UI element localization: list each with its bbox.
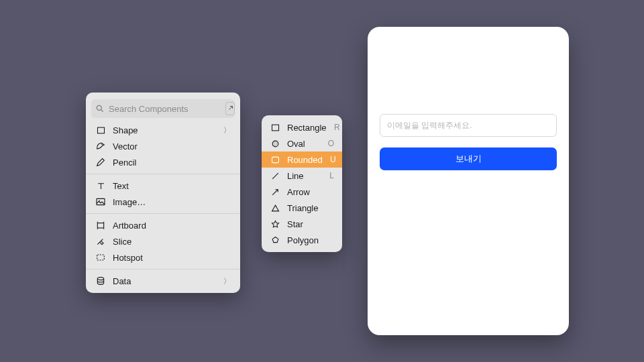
- menu-item-label: Shape: [113, 125, 217, 135]
- chevron-right-icon: 〉: [223, 125, 231, 135]
- svg-point-5: [99, 200, 100, 202]
- menu-item-label: Triangle: [287, 203, 321, 213]
- artboard-icon: [95, 220, 106, 231]
- preview-artboard: 보내기: [368, 27, 569, 335]
- menu-item-label: Hotspot: [113, 253, 231, 263]
- menu-item-label: Oval: [287, 139, 321, 149]
- menu-item-label: Image…: [113, 197, 231, 207]
- shape-submenu: RectangleROvalORoundedULineLArrowTriangl…: [262, 115, 342, 252]
- detach-panel-button[interactable]: [225, 102, 235, 115]
- menu-item-shortcut: R: [333, 123, 340, 132]
- shape-rectangle-item[interactable]: RectangleR: [262, 119, 342, 135]
- menu-separator: [86, 174, 240, 174]
- svg-point-8: [97, 278, 103, 280]
- insert-shape-item[interactable]: Shape〉: [86, 122, 240, 138]
- image-icon: [95, 196, 106, 207]
- menu-item-shortcut: U: [329, 155, 336, 164]
- menu-separator: [86, 213, 240, 214]
- svg-line-1: [101, 109, 103, 111]
- polygon-icon: [270, 235, 280, 245]
- insert-panel: Shape〉VectorPencilTextImage…ArtboardSlic…: [86, 93, 240, 293]
- component-search-row: [91, 99, 235, 118]
- slice-icon: [95, 236, 106, 247]
- svg-rect-7: [97, 255, 105, 260]
- insert-text-item[interactable]: Text: [86, 178, 240, 194]
- insert-slice-item[interactable]: Slice: [86, 233, 240, 249]
- data-icon: [95, 276, 106, 286]
- shape-star-item[interactable]: Star: [262, 216, 342, 232]
- menu-separator: [86, 269, 240, 269]
- svg-line-12: [272, 173, 278, 179]
- svg-rect-2: [97, 127, 104, 133]
- rect-icon: [95, 125, 106, 135]
- text-icon: [95, 180, 106, 191]
- triangle-icon: [270, 202, 280, 213]
- menu-item-label: Vector: [113, 141, 231, 152]
- menu-item-label: Rounded: [287, 155, 323, 165]
- insert-image-item[interactable]: Image…: [86, 194, 240, 210]
- shape-triangle-item[interactable]: Triangle: [262, 200, 342, 216]
- svg-rect-4: [97, 198, 105, 204]
- insert-hotspot-item[interactable]: Hotspot: [86, 249, 240, 265]
- menu-item-label: Pencil: [113, 158, 231, 168]
- oval-icon: [270, 138, 280, 149]
- menu-item-label: Artboard: [113, 221, 231, 231]
- shape-polygon-item[interactable]: Polygon: [262, 232, 342, 248]
- insert-artboard-item[interactable]: Artboard: [86, 217, 240, 233]
- star-icon: [270, 219, 280, 229]
- svg-rect-11: [272, 157, 278, 163]
- menu-item-label: Star: [287, 219, 321, 229]
- shape-arrow-item[interactable]: Arrow: [262, 184, 342, 200]
- arrow-icon: [270, 186, 280, 197]
- menu-item-label: Line: [287, 171, 321, 181]
- svg-rect-6: [97, 223, 103, 228]
- menu-item-label: Data: [113, 276, 217, 286]
- svg-rect-9: [272, 125, 278, 131]
- chevron-right-icon: 〉: [223, 276, 231, 286]
- shape-rounded-item[interactable]: RoundedU: [262, 152, 342, 168]
- hotspot-icon: [95, 252, 106, 263]
- menu-item-label: Rectangle: [287, 123, 327, 133]
- shape-oval-item[interactable]: OvalO: [262, 135, 342, 152]
- email-field[interactable]: [380, 114, 557, 137]
- line-icon: [270, 170, 280, 181]
- insert-pencil-item[interactable]: Pencil: [86, 154, 240, 170]
- rounded-icon: [270, 154, 280, 165]
- insert-data-item[interactable]: Data〉: [86, 273, 240, 289]
- rect-icon: [270, 122, 280, 133]
- svg-point-10: [272, 141, 278, 147]
- svg-point-3: [101, 144, 103, 145]
- menu-item-shortcut: L: [327, 171, 334, 180]
- component-search-input[interactable]: [109, 104, 221, 114]
- pen-icon: [95, 141, 106, 152]
- menu-item-label: Polygon: [287, 235, 321, 245]
- svg-line-13: [272, 189, 278, 194]
- menu-item-label: Arrow: [287, 187, 321, 197]
- menu-item-shortcut: O: [327, 139, 334, 148]
- shape-line-item[interactable]: LineL: [262, 168, 342, 184]
- svg-point-0: [97, 105, 101, 110]
- menu-item-label: Slice: [113, 237, 231, 247]
- menu-item-label: Text: [113, 181, 231, 191]
- pencil-icon: [95, 157, 106, 168]
- search-icon: [95, 104, 105, 113]
- insert-vector-item[interactable]: Vector: [86, 138, 240, 154]
- send-button[interactable]: 보내기: [380, 147, 557, 170]
